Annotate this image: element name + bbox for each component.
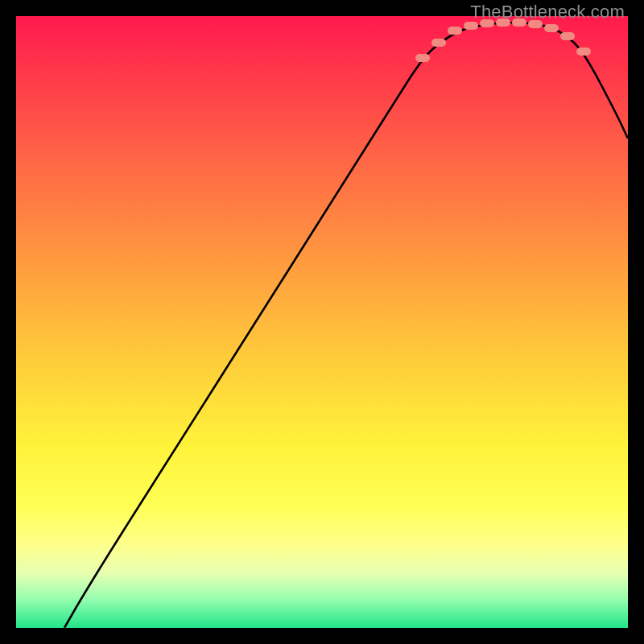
marker-dot: [560, 32, 575, 40]
marker-dot: [544, 24, 559, 32]
curve-line: [64, 23, 628, 628]
marker-dot: [576, 47, 591, 56]
watermark-text: TheBottleneck.com: [470, 2, 625, 23]
marker-dot: [415, 54, 430, 62]
bottleneck-curve-chart: [16, 16, 628, 628]
curve-markers: [415, 19, 591, 62]
marker-dot: [431, 39, 446, 47]
marker-dot: [464, 22, 478, 30]
chart-frame: [16, 16, 628, 628]
marker-dot: [448, 27, 462, 35]
